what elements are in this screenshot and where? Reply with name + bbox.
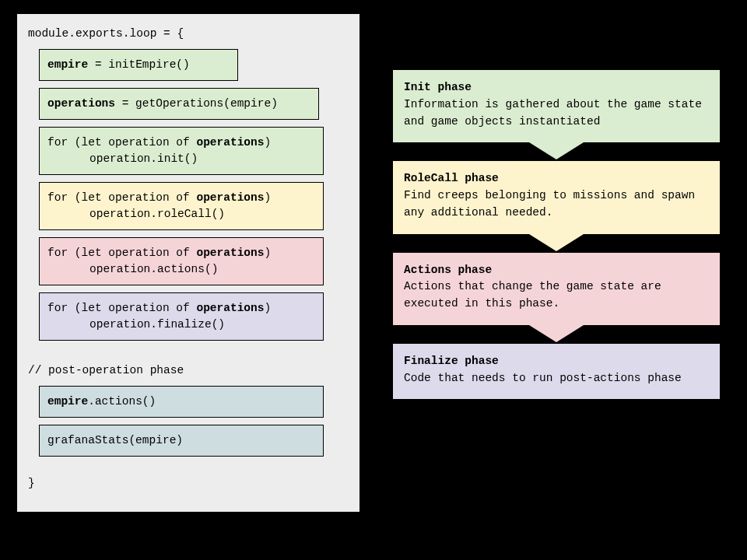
phase-desc: Code that needs to run post-actions phas… (404, 370, 709, 387)
code-boxes-container: empire = initEmpire()operations = getOpe… (28, 49, 349, 341)
chevron-down-icon (529, 325, 584, 342)
phase-desc: Information is gathered about the game s… (404, 96, 709, 131)
phase-title: Finalize phase (404, 353, 709, 370)
chevron-down-icon (529, 142, 584, 159)
code-box: for (let operation of operations)operati… (39, 127, 324, 175)
phase-box: Finalize phaseCode that needs to run pos… (393, 344, 720, 400)
phase-title: RoleCall phase (404, 170, 709, 187)
code-box: operations = getOperations(empire) (39, 88, 319, 120)
code-comment: // post-operation phase (28, 362, 349, 379)
code-box: empire.actions() (39, 386, 324, 418)
phase-desc: Find creeps belonging to missions and sp… (404, 187, 709, 222)
code-box: grafanaStats(empire) (39, 425, 324, 457)
phase-box: RoleCall phaseFind creeps belonging to m… (393, 161, 720, 233)
code-box: for (let operation of operations)operati… (39, 292, 324, 341)
phase-box: Actions phaseActions that change the gam… (393, 253, 720, 325)
post-boxes-container: empire.actions()grafanaStats(empire) (28, 386, 349, 457)
phase-title: Init phase (404, 79, 709, 96)
phase-column: Init phaseInformation is gathered about … (393, 70, 720, 399)
code-box: empire = initEmpire() (39, 49, 238, 81)
code-footer: } (28, 474, 349, 492)
code-box: for (let operation of operations)operati… (39, 237, 324, 285)
code-header: module.exports.loop = { (28, 25, 349, 42)
chevron-down-icon (529, 234, 584, 251)
phase-desc: Actions that change the game state are e… (404, 278, 709, 313)
code-panel: module.exports.loop = { empire = initEmp… (17, 14, 359, 512)
code-box: for (let operation of operations)operati… (39, 182, 324, 230)
phase-title: Actions phase (404, 262, 709, 279)
phase-box: Init phaseInformation is gathered about … (393, 70, 720, 142)
